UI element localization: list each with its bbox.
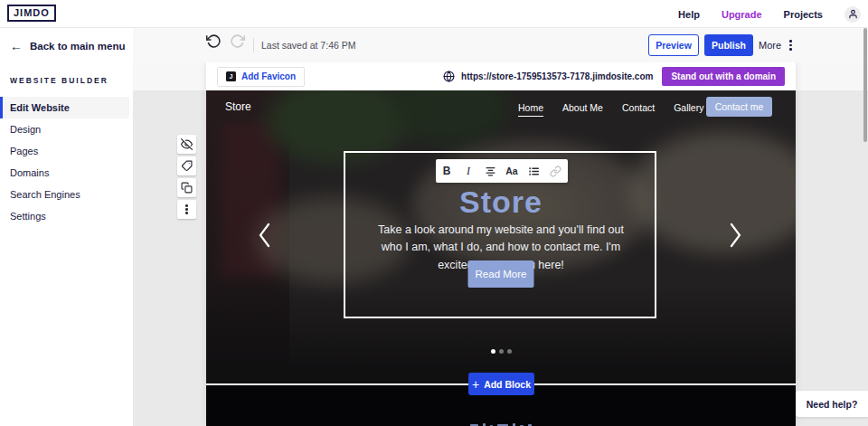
site-logo[interactable]: Store xyxy=(225,100,251,113)
carousel-prev-button[interactable] xyxy=(258,222,271,248)
publish-button[interactable]: Publish xyxy=(704,34,753,56)
align-center-icon xyxy=(485,166,496,177)
hero-title[interactable]: Store xyxy=(206,185,796,220)
carousel-dot-1[interactable] xyxy=(491,349,495,354)
carousel-dot-3[interactable] xyxy=(507,349,512,354)
back-label: Back to main menu xyxy=(30,41,125,52)
back-to-main-menu[interactable]: ← Back to main menu xyxy=(0,28,133,52)
site-nav-gallery[interactable]: Gallery xyxy=(674,102,703,117)
sidebar-item-settings[interactable]: Settings xyxy=(0,205,129,227)
list-button[interactable] xyxy=(523,159,544,183)
font-button[interactable]: Aa xyxy=(501,159,523,183)
hide-block-button[interactable] xyxy=(177,135,196,154)
need-help-button[interactable]: Need help? xyxy=(796,391,868,417)
sidebar-nav: Edit Website Design Pages Domains Search… xyxy=(0,97,133,227)
duplicate-block-button[interactable] xyxy=(177,178,196,197)
favicon-url-bar: J Add Favicon https://store-1759513573-7… xyxy=(206,62,796,90)
header-links: Help Upgrade Projects xyxy=(678,0,861,28)
help-link[interactable]: Help xyxy=(678,9,700,20)
sidebar: ← Back to main menu WEBSITE BUILDER Edit… xyxy=(0,28,133,426)
carousel-dot-2[interactable] xyxy=(499,349,504,354)
vertical-scrollbar[interactable] xyxy=(863,28,867,142)
favicon-preview-icon: J xyxy=(226,71,236,81)
sidebar-item-search-engines[interactable]: Search Engines xyxy=(0,184,129,205)
link-icon xyxy=(550,166,561,177)
site-nav-about-me[interactable]: About Me xyxy=(562,102,603,117)
editor-toolbar: Last saved at 7:46 PM Preview Publish Mo… xyxy=(133,28,868,62)
sidebar-item-edit-website[interactable]: Edit Website xyxy=(0,97,129,118)
text-format-toolbar: B I Aa xyxy=(436,159,568,183)
sidebar-item-domains[interactable]: Domains xyxy=(0,162,129,184)
chevron-left-icon xyxy=(258,222,271,248)
more-button[interactable]: More xyxy=(759,34,792,56)
projects-link[interactable]: Projects xyxy=(784,9,823,20)
copy-icon xyxy=(181,182,193,194)
plus-icon: + xyxy=(472,378,479,391)
sidebar-item-design[interactable]: Design xyxy=(0,118,129,140)
domain-upsell-button[interactable]: Stand out with a domain xyxy=(662,67,785,86)
carousel-dots xyxy=(206,349,796,354)
hero-section[interactable]: Store Home About Me Contact Gallery Cont… xyxy=(206,90,796,384)
redo-button[interactable] xyxy=(230,33,245,49)
style-tag-icon xyxy=(181,160,193,172)
eye-off-icon xyxy=(181,138,193,150)
contact-me-button[interactable]: Contact me xyxy=(706,97,772,117)
upgrade-link[interactable]: Upgrade xyxy=(722,9,762,20)
italic-button[interactable]: I xyxy=(458,159,479,183)
globe-icon xyxy=(443,71,455,82)
website-canvas: J Add Favicon https://store-1759513573-7… xyxy=(206,62,796,426)
sidebar-item-pages[interactable]: Pages xyxy=(0,140,129,162)
last-saved-status: Last saved at 7:46 PM xyxy=(261,40,355,51)
site-nav-contact[interactable]: Contact xyxy=(622,102,655,117)
chevron-right-icon xyxy=(729,222,742,248)
bold-button[interactable]: B xyxy=(436,159,458,183)
top-header: JIMDO Help Upgrade Projects xyxy=(0,0,868,28)
link-button[interactable] xyxy=(544,159,566,183)
redo-icon xyxy=(230,33,245,49)
bullet-list-icon xyxy=(528,166,540,177)
kebab-menu-icon xyxy=(789,38,792,52)
toolbar-divider xyxy=(253,38,254,52)
align-button[interactable] xyxy=(479,159,501,183)
site-nav: Home About Me Contact Gallery xyxy=(518,102,703,117)
add-block-button[interactable]: + Add Block xyxy=(468,373,534,395)
block-more-options-button[interactable] xyxy=(177,200,196,219)
kebab-menu-icon xyxy=(185,204,188,216)
add-favicon-button[interactable]: J Add Favicon xyxy=(217,67,305,87)
user-icon xyxy=(848,9,858,19)
style-block-button[interactable] xyxy=(177,156,196,175)
site-nav-home[interactable]: Home xyxy=(518,102,543,117)
undo-button[interactable] xyxy=(206,33,222,49)
jimdo-logo[interactable]: JIMDO xyxy=(7,5,56,22)
block-tools-panel xyxy=(177,135,196,222)
undo-icon xyxy=(206,33,222,49)
add-block-label: Add Block xyxy=(484,379,531,390)
site-url[interactable]: https://store-1759513573-7178.jimdosite.… xyxy=(461,71,653,81)
more-label: More xyxy=(759,40,781,51)
add-favicon-label: Add Favicon xyxy=(241,71,296,81)
back-arrow-icon: ← xyxy=(10,40,23,52)
read-more-button[interactable]: Read More xyxy=(468,260,534,288)
carousel-next-button[interactable] xyxy=(729,222,742,248)
preview-button[interactable]: Preview xyxy=(648,34,699,56)
sidebar-title: WEBSITE BUILDER xyxy=(0,52,133,85)
account-avatar[interactable] xyxy=(844,6,861,23)
